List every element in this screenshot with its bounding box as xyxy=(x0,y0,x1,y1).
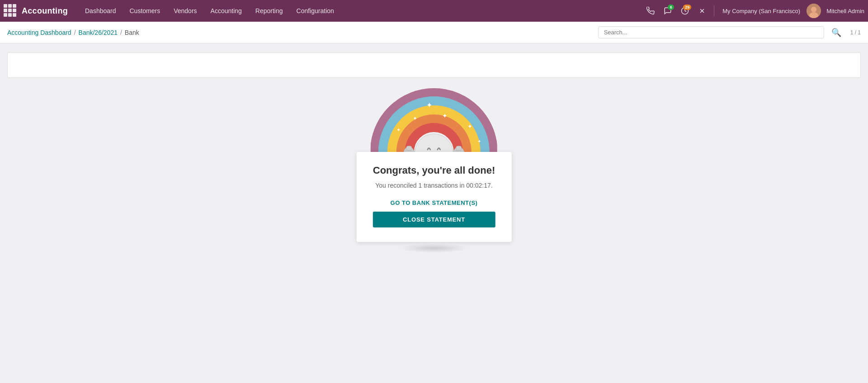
menu-configuration[interactable]: Configuration xyxy=(290,0,340,22)
apps-grid-icon[interactable] xyxy=(4,4,17,18)
nav-divider xyxy=(714,5,714,16)
pagination-label: 1 / 1 xyxy=(850,29,861,36)
phone-icon-btn[interactable] xyxy=(643,4,658,18)
close-statement-button[interactable]: CLOSE STATEMENT xyxy=(373,212,495,227)
breadcrumb-search-area: 🔍 1 / 1 xyxy=(598,26,861,38)
breadcrumb-sep-1: / xyxy=(74,29,76,36)
username-label: Mitchell Admin xyxy=(826,8,864,14)
close-icon-btn[interactable] xyxy=(695,4,709,18)
message-card: Congrats, you're all done! You reconcile… xyxy=(357,152,512,242)
search-icon[interactable]: 🔍 xyxy=(831,28,841,38)
svg-rect-14 xyxy=(406,146,412,151)
app-brand: Accounting xyxy=(22,6,68,16)
chat-icon-btn[interactable]: 6 xyxy=(660,4,675,18)
top-navbar: Accounting Dashboard Customers Vendors A… xyxy=(0,0,868,22)
company-name: My Company (San Francisco) xyxy=(722,8,800,14)
menu-customers[interactable]: Customers xyxy=(123,0,167,22)
main-area: ✦ ✦ ✦ ✦ ✦ ✦ xyxy=(0,43,868,383)
svg-text:✦: ✦ xyxy=(468,123,473,130)
menu-reporting[interactable]: Reporting xyxy=(249,0,289,22)
activity-icon-btn[interactable]: 29 xyxy=(678,4,692,18)
menu-accounting[interactable]: Accounting xyxy=(204,0,248,22)
svg-text:✦: ✦ xyxy=(397,127,401,132)
svg-text:✦: ✦ xyxy=(442,112,448,119)
svg-point-4 xyxy=(811,7,816,12)
svg-text:✦: ✦ xyxy=(477,139,481,144)
celebration-container: ✦ ✦ ✦ ✦ ✦ ✦ xyxy=(357,80,512,253)
menu-vendors[interactable]: Vendors xyxy=(167,0,203,22)
topnav-right: 6 29 My Company (San Francisco) Mitchell… xyxy=(643,4,864,18)
activity-badge: 29 xyxy=(683,5,691,10)
congrats-title: Congrats, you're all done! xyxy=(373,165,495,176)
svg-text:✦: ✦ xyxy=(427,101,433,109)
search-input[interactable] xyxy=(598,26,824,38)
breadcrumb-current: Bank xyxy=(125,29,139,36)
go-to-bank-statement-link[interactable]: GO TO BANK STATEMENT(S) xyxy=(373,199,495,206)
main-menu: Dashboard Customers Vendors Accounting R… xyxy=(79,0,643,22)
user-avatar[interactable] xyxy=(807,4,821,18)
rainbow-illustration: ✦ ✦ ✦ ✦ ✦ ✦ xyxy=(371,80,497,161)
shadow-ellipse xyxy=(398,244,470,253)
breadcrumb-accounting-dashboard[interactable]: Accounting Dashboard xyxy=(7,29,71,36)
svg-text:✦: ✦ xyxy=(413,115,417,122)
chat-badge: 6 xyxy=(668,5,674,10)
breadcrumb-bar: Accounting Dashboard / Bank/26/2021 / Ba… xyxy=(0,22,868,43)
content-strip xyxy=(7,52,861,78)
breadcrumb-sep-2: / xyxy=(120,29,122,36)
menu-dashboard[interactable]: Dashboard xyxy=(79,0,123,22)
reconciled-info: You reconciled 1 transactions in 00:02:1… xyxy=(373,181,495,190)
breadcrumb-bank-statement[interactable]: Bank/26/2021 xyxy=(79,29,118,36)
svg-rect-17 xyxy=(456,146,462,151)
